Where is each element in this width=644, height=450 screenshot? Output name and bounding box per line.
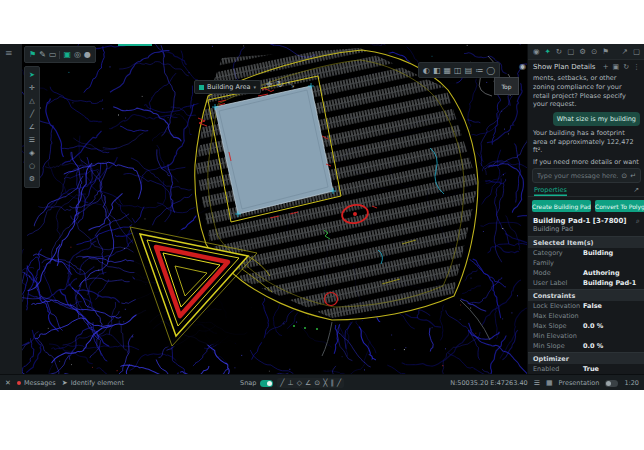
expand-panel-icon[interactable]: ↗ (633, 186, 639, 194)
section-view-icon[interactable]: ◫ (454, 65, 462, 76)
prop-value[interactable] (583, 312, 640, 320)
fit-icon[interactable]: ⤡ (287, 80, 293, 90)
convert-to-polygon-button[interactable]: Convert To Polygon (595, 200, 644, 212)
wireframe-view-icon[interactable]: ◧ (433, 65, 441, 76)
search-icon[interactable]: ⌕ (636, 217, 640, 225)
property-row: Family (528, 258, 644, 268)
rows-view-icon[interactable]: ≔ (475, 65, 483, 76)
refresh-icon[interactable]: ↻ (623, 63, 629, 71)
pin-icon[interactable]: ⊙ (591, 47, 597, 56)
cad-canvas[interactable]: ⚑ ✎ ▭ ▣ ◎ ● ➤ ✛ △ ╱ ∠ ☰ ◈ ○ ⚙ (22, 44, 527, 374)
menu-icon[interactable]: ≡ (5, 48, 13, 58)
chat-input[interactable]: Type your message here... ⊙ ↵ (532, 168, 641, 183)
prop-value[interactable]: False (583, 302, 640, 310)
chat-tab-icon[interactable]: ✦ (545, 47, 551, 56)
plus-icon[interactable]: + (603, 63, 609, 71)
prop-value[interactable] (583, 332, 640, 340)
save-icon[interactable]: ▣ (613, 63, 620, 71)
sphere-view-icon[interactable]: ◯ (486, 65, 495, 76)
measure-tool-icon[interactable]: ∠ (26, 123, 38, 131)
person-icon[interactable]: ◉ (533, 47, 540, 56)
line-tool-icon[interactable]: ╱ (26, 110, 38, 118)
chevron-down-icon[interactable]: ▾ (253, 84, 256, 90)
selection-pill[interactable]: Building Area ▾ (194, 80, 261, 94)
send-icon[interactable]: ↵ (630, 172, 636, 180)
flag-icon[interactable]: ⚑ (602, 47, 609, 56)
prop-value[interactable]: Building Pad-1 (583, 279, 640, 287)
prop-value[interactable]: True (583, 365, 640, 373)
app-window: ≡ (0, 44, 644, 390)
diamond-tool-icon[interactable]: ◈ (26, 149, 38, 157)
grid-status-icon[interactable]: ▦ (546, 379, 553, 387)
section-selected-items[interactable]: Selected Item(s) (528, 236, 644, 248)
left-rail: ≡ (0, 44, 23, 374)
move-icon[interactable]: ✛ (266, 80, 273, 90)
property-row: EnabledTrue (528, 364, 644, 374)
identify-label: Identify element (71, 379, 124, 387)
identify-chip[interactable]: ➤ Identify element (62, 379, 124, 387)
circle-tool-icon[interactable]: ◎ (74, 49, 81, 60)
snap-midpoint-icon[interactable]: ◇ (297, 379, 302, 387)
scale-indicator[interactable]: 1:20 (624, 379, 639, 387)
gear-icon[interactable]: ⚙ (579, 47, 586, 56)
shaded-view-icon[interactable]: ◐ (423, 65, 430, 76)
prop-value[interactable]: Building (583, 249, 640, 257)
properties-tab-row: Properties ↗ (528, 184, 644, 197)
settings-tool-icon[interactable]: ⚙ (26, 175, 38, 183)
box-icon[interactable]: ▢ (567, 47, 574, 56)
axis-gizmo-icon: ✕ (5, 379, 11, 387)
snap-angle-icon[interactable]: ∠ (305, 379, 311, 387)
property-row: CategoryBuilding (528, 248, 644, 258)
pencil-tool-icon[interactable]: ✎ (39, 49, 46, 60)
active-tab-indicator (118, 44, 152, 46)
voice-icon[interactable]: ⊙ (621, 172, 627, 180)
orbit-icon[interactable]: ◉ (519, 62, 526, 71)
more-icon[interactable]: ⋮ (633, 63, 640, 71)
status-bar: ✕ Messages ➤ Identify element Snap ╱ ⊥ ◇… (0, 374, 644, 390)
prop-label: User Label (533, 279, 583, 287)
prop-value[interactable] (583, 259, 640, 267)
assistant-message: If you need more details or want to see … (533, 158, 640, 166)
snap-endpoint-icon[interactable]: ╱ (280, 379, 284, 387)
pan-tool-icon[interactable]: ✛ (26, 84, 38, 92)
toolbar-divider (59, 51, 60, 59)
expand-icon[interactable]: ↗ (622, 47, 628, 56)
pad-tool-icon[interactable]: ▣ (63, 49, 71, 60)
snap-center-icon[interactable]: ⊙ (314, 379, 320, 387)
cursor-tool-icon[interactable]: ➤ (26, 71, 38, 79)
list-view-icon[interactable]: ▤ (465, 65, 473, 76)
section-constraints[interactable]: Constraints (528, 289, 644, 301)
snap-toggle[interactable] (260, 380, 273, 387)
history-icon[interactable]: ↻ (556, 47, 562, 56)
messages-chip[interactable]: Messages (17, 379, 56, 387)
ring-tool-icon[interactable]: ○ (26, 162, 38, 170)
snap-intersection-icon[interactable]: ╳ (323, 379, 327, 387)
rotate-icon[interactable]: ↻ (277, 80, 284, 90)
panel-header: Show Plan Details + ▣ ↻ ⋮ (528, 60, 644, 74)
create-building-pad-button[interactable]: Create Building Pad (532, 200, 591, 212)
flag-tool-icon[interactable]: ⚑ (29, 49, 36, 60)
prop-value[interactable]: Authoring (583, 269, 640, 277)
prop-label: Lock Elevation (533, 302, 583, 310)
popout-icon[interactable]: ▢ (633, 47, 640, 56)
section-optimizer[interactable]: Optimizer (528, 352, 644, 364)
tab-properties[interactable]: Properties (534, 184, 567, 196)
messages-label: Messages (24, 379, 56, 387)
shape-tool-icon[interactable]: △ (26, 97, 38, 105)
selection-tools: ✛ ↻ ⤡ (266, 80, 294, 90)
prop-value[interactable]: 0.0 % (583, 342, 640, 350)
layers-status-icon[interactable]: ☰ (534, 379, 540, 387)
notification-badge (17, 381, 21, 385)
snap-parallel-icon[interactable]: ∥ (330, 379, 334, 387)
chat-thread[interactable]: ments, setbacks, or other zoning complia… (528, 74, 644, 166)
dot-tool-icon[interactable]: ● (84, 49, 91, 60)
snap-perpendicular-icon[interactable]: ⊥ (288, 379, 294, 387)
layers-tool-icon[interactable]: ☰ (26, 136, 38, 144)
prop-value[interactable]: 0.0 % (583, 322, 640, 330)
view-cube[interactable]: Top (494, 77, 519, 95)
rectangle-tool-icon[interactable]: ▭ (49, 49, 57, 60)
snap-tangent-icon[interactable]: ╱ (337, 379, 341, 387)
presentation-toggle[interactable] (605, 380, 618, 387)
prop-label: Min Slope (533, 342, 583, 350)
grid-view-icon[interactable]: ▦ (444, 65, 452, 76)
